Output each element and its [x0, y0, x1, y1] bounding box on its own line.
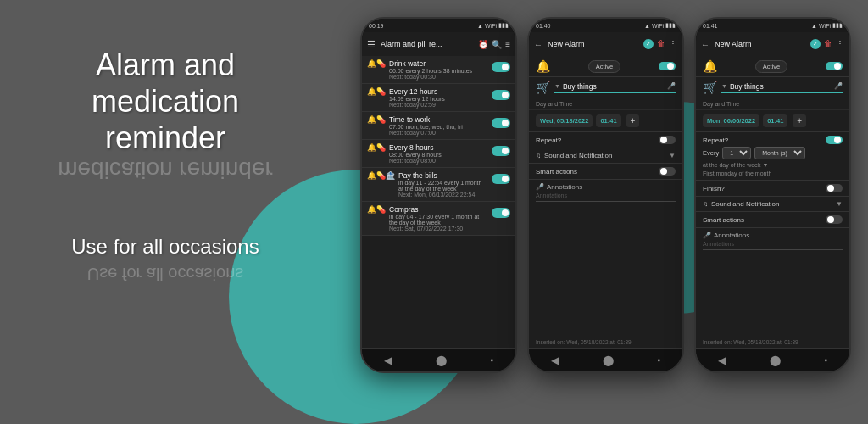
alarm6-toggle[interactable]	[492, 208, 510, 218]
add-time-button[interactable]: +	[626, 114, 640, 127]
alarm6-next: Next: Sat, 07/02/2022 17:30	[389, 226, 488, 232]
alarm-icon[interactable]: ⏰	[478, 40, 488, 49]
time-box-3[interactable]: 01:41	[763, 114, 787, 127]
recents-button-2[interactable]: ▪	[658, 355, 661, 365]
every-unit-select[interactable]: Month (s)	[754, 147, 805, 159]
back-arrow-icon[interactable]: ←	[534, 40, 542, 49]
alarm4-toggle[interactable]	[492, 146, 510, 156]
finish-section: Finish?	[696, 181, 849, 197]
chevron-down-icon-3[interactable]: ▼	[836, 200, 843, 208]
sound-label-3: ♫ Sound and Notification	[703, 200, 780, 208]
main-title: Alarm and medication reminder	[34, 47, 297, 157]
microphone-icon-3[interactable]: 🎤	[834, 82, 843, 90]
phone2-status-bar: 01:40 ▲ WiFi ▮▮▮	[529, 19, 682, 32]
buy-emoji-icon-3: 🛒	[703, 81, 717, 94]
mic-annotations-icon: 🎤	[536, 183, 544, 191]
input-value-3[interactable]: Buy things	[730, 82, 834, 91]
recents-button[interactable]: ▪	[491, 355, 494, 365]
alarm1-next: Next: today 00:30	[389, 74, 488, 80]
check-icon[interactable]: ✓	[643, 39, 654, 49]
alarm-name-input-3[interactable]: ▼ Buy things 🎤	[721, 82, 843, 93]
repeat-header-3: Repeat?	[703, 136, 843, 144]
active-toggle[interactable]	[659, 62, 676, 70]
alarm6-name: Compras	[389, 205, 488, 214]
alarm2-next: Next: today 02:59	[389, 102, 488, 108]
first-monday-row: First monday of the month	[703, 170, 843, 176]
menu-icon[interactable]: ≡	[505, 40, 510, 49]
alarm-emoji-icon-3[interactable]: 🔔	[703, 59, 717, 73]
home-button-3[interactable]: ⬤	[770, 354, 781, 366]
alarm5-next: Next: Mon, 06/13/2022 22:54	[398, 192, 488, 198]
search-icon[interactable]: 🔍	[492, 40, 502, 49]
alarm2-name: Every 12 hours	[389, 87, 488, 96]
delete-icon[interactable]: 🗑	[657, 39, 665, 49]
title-line2: medication reminder	[92, 84, 239, 155]
repeat-toggle-3[interactable]	[826, 136, 843, 144]
add-time-button-3[interactable]: +	[793, 114, 806, 127]
home-button[interactable]: ⬤	[436, 354, 447, 366]
alarm-name-input[interactable]: ▼ Buy things 🎤	[554, 82, 676, 93]
back-button[interactable]: ◀	[384, 354, 392, 366]
music-icon-3: ♫	[703, 200, 708, 208]
date-box-3[interactable]: Mon, 06/06/2022	[703, 114, 760, 127]
phones-area: 00:19 ▲ WiFi ▮▮▮ ☰ Alarm and pill re... …	[360, 17, 851, 373]
back-button-2[interactable]: ◀	[551, 354, 559, 366]
alarm1-toggle[interactable]	[492, 62, 510, 72]
annotations-input[interactable]: Annotations	[536, 192, 676, 202]
more-icon-3[interactable]: ⋮	[836, 39, 844, 49]
finish-label: Finish?	[703, 185, 725, 192]
alarm3-next: Next: today 07:00	[389, 130, 488, 136]
smart-toggle[interactable]	[659, 167, 676, 176]
every-text: Every	[703, 149, 719, 157]
alarm2-toggle[interactable]	[492, 90, 510, 100]
alarm3-name: Time to work	[389, 115, 488, 124]
alarm4-time: 08:00 every 8 hours	[389, 152, 488, 158]
check-icon-3[interactable]: ✓	[810, 39, 821, 49]
alarm-item-3: 🔔💊 Time to work 07:00 mon, tue, wed, thu…	[362, 112, 515, 140]
hamburger-icon[interactable]: ☰	[367, 39, 376, 50]
smart-toggle-3[interactable]	[826, 215, 843, 224]
phone1-bar-icons: ⏰ 🔍 ≡	[478, 40, 510, 49]
alarm5-icons: 🔔💊🏦	[367, 171, 395, 180]
finish-toggle[interactable]	[826, 184, 843, 192]
buy-emoji-icon: 🛒	[536, 81, 550, 94]
title-line1: Alarm and	[96, 47, 235, 82]
annotations-input-3[interactable]: Annotations	[703, 241, 843, 250]
repeat-toggle[interactable]	[659, 136, 676, 144]
phone3-screen: 🔔 Active 🛒 ▼ Buy things 🎤 Day and Time M…	[696, 56, 849, 348]
date-box[interactable]: Wed, 05/18/2022	[536, 114, 593, 127]
time-box[interactable]: 01:41	[596, 114, 620, 127]
recents-button-3[interactable]: ▪	[825, 355, 828, 365]
phone1-screen: 🔔💊 Drink water 06:00 every 2 hours 38 mi…	[362, 56, 515, 348]
alarm5-toggle[interactable]	[492, 174, 510, 184]
repeat-label: Repeat?	[536, 137, 561, 144]
back-button-3[interactable]: ◀	[718, 354, 726, 366]
phone1-app-title: Alarm and pill re...	[381, 40, 473, 48]
smart-section-3: Smart actions	[696, 212, 849, 228]
alarm-emoji-icon[interactable]: 🔔	[536, 59, 550, 73]
phone1-status-bar: 00:19 ▲ WiFi ▮▮▮	[362, 19, 515, 32]
alarm-item-5: 🔔💊🏦 Pay the bills in day 11 - 22:54 ever…	[362, 168, 515, 202]
more-icon[interactable]: ⋮	[669, 39, 677, 49]
phone3-app-title: New Alarm	[715, 40, 805, 48]
back-arrow-icon-3[interactable]: ←	[701, 40, 709, 49]
dropdown-arrow-icon: ▼	[554, 83, 560, 89]
day-time-label-3: Day and Time	[696, 98, 849, 110]
sound-section: ♫ Sound and Notification ▼	[529, 148, 682, 164]
input-value[interactable]: Buy things	[563, 82, 667, 91]
alarm6-time: in day 04 - 17:30 every 1 month at the d…	[389, 214, 488, 226]
phone2-screen: 🔔 Active 🛒 ▼ Buy things 🎤 Day and Time W…	[529, 56, 682, 348]
phone3-app-bar: ← New Alarm ✓ 🗑 ⋮	[696, 32, 849, 56]
alarm3-toggle[interactable]	[492, 118, 510, 128]
every-num-select[interactable]: 1	[722, 147, 751, 159]
chevron-down-icon[interactable]: ▼	[669, 152, 676, 159]
home-button-2[interactable]: ⬤	[603, 354, 614, 366]
phone-3: 01:41 ▲ WiFi ▮▮▮ ← New Alarm ✓ 🗑 ⋮ 🔔 Act…	[694, 17, 851, 373]
active-toggle-3[interactable]	[826, 62, 843, 70]
delete-icon-3[interactable]: 🗑	[824, 39, 832, 49]
alarm-item-1: 🔔💊 Drink water 06:00 every 2 hours 38 mi…	[362, 56, 515, 84]
microphone-icon[interactable]: 🎤	[667, 82, 676, 90]
annotations-section: 🎤 Annotations Annotations	[529, 180, 682, 205]
alarm1-icons: 🔔💊	[367, 59, 386, 68]
every-row: Every 1 Month (s)	[703, 147, 843, 159]
